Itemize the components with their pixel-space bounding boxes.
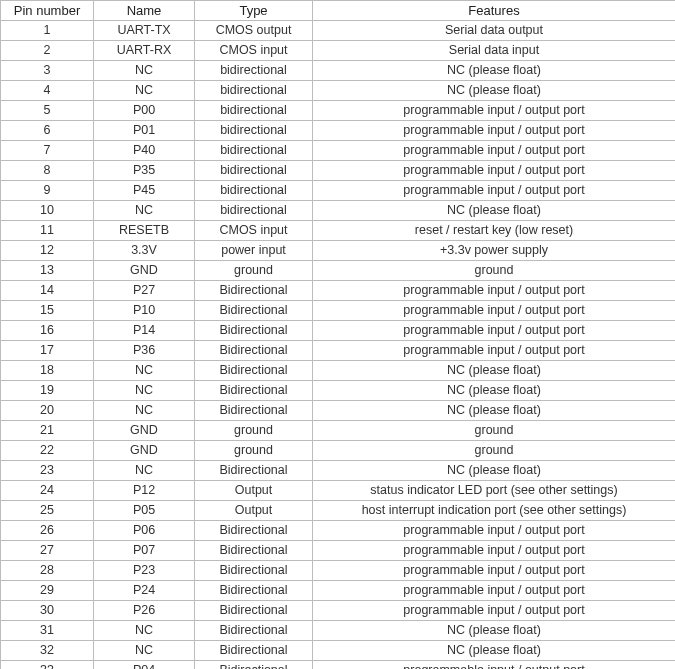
cell-features: programmable input / output port — [313, 181, 676, 201]
cell-type: Output — [195, 481, 313, 501]
cell-name: NC — [94, 201, 195, 221]
cell-features: programmable input / output port — [313, 661, 676, 670]
cell-pin: 9 — [1, 181, 94, 201]
cell-pin: 32 — [1, 641, 94, 661]
table-row: 5P00bidirectionalprogrammable input / ou… — [1, 101, 676, 121]
table-row: 17P36Bidirectionalprogrammable input / o… — [1, 341, 676, 361]
cell-type: Bidirectional — [195, 321, 313, 341]
cell-features: status indicator LED port (see other set… — [313, 481, 676, 501]
header-pin: Pin number — [1, 1, 94, 21]
cell-type: bidirectional — [195, 121, 313, 141]
cell-pin: 33 — [1, 661, 94, 670]
cell-name: P36 — [94, 341, 195, 361]
table-row: 21GNDgroundground — [1, 421, 676, 441]
header-features: Features — [313, 1, 676, 21]
cell-pin: 16 — [1, 321, 94, 341]
cell-features: NC (please float) — [313, 641, 676, 661]
cell-name: P12 — [94, 481, 195, 501]
cell-type: Bidirectional — [195, 561, 313, 581]
cell-name: NC — [94, 641, 195, 661]
cell-type: Bidirectional — [195, 581, 313, 601]
cell-pin: 14 — [1, 281, 94, 301]
cell-features: Serial data input — [313, 41, 676, 61]
table-row: 19NCBidirectionalNC (please float) — [1, 381, 676, 401]
cell-type: bidirectional — [195, 81, 313, 101]
cell-features: NC (please float) — [313, 461, 676, 481]
table-row: 24P12Outputstatus indicator LED port (se… — [1, 481, 676, 501]
cell-features: programmable input / output port — [313, 341, 676, 361]
cell-features: Serial data output — [313, 21, 676, 41]
cell-type: Bidirectional — [195, 361, 313, 381]
table-row: 123.3Vpower input+3.3v power supply — [1, 241, 676, 261]
table-row: 32NCBidirectionalNC (please float) — [1, 641, 676, 661]
cell-type: Bidirectional — [195, 341, 313, 361]
cell-name: NC — [94, 81, 195, 101]
cell-name: P27 — [94, 281, 195, 301]
cell-features: programmable input / output port — [313, 301, 676, 321]
table-row: 10NCbidirectionalNC (please float) — [1, 201, 676, 221]
cell-features: programmable input / output port — [313, 561, 676, 581]
cell-name: P24 — [94, 581, 195, 601]
cell-name: NC — [94, 361, 195, 381]
cell-type: CMOS input — [195, 221, 313, 241]
table-row: 30P26Bidirectionalprogrammable input / o… — [1, 601, 676, 621]
table-row: 25P05Outputhost interrupt indication por… — [1, 501, 676, 521]
cell-type: bidirectional — [195, 201, 313, 221]
table-row: 20NCBidirectionalNC (please float) — [1, 401, 676, 421]
cell-name: NC — [94, 381, 195, 401]
cell-name: RESETB — [94, 221, 195, 241]
cell-type: ground — [195, 421, 313, 441]
cell-type: Bidirectional — [195, 521, 313, 541]
cell-name: UART-RX — [94, 41, 195, 61]
cell-name: P14 — [94, 321, 195, 341]
cell-type: ground — [195, 441, 313, 461]
cell-type: Bidirectional — [195, 401, 313, 421]
cell-type: Bidirectional — [195, 461, 313, 481]
table-row: 33P04Bidirectionalprogrammable input / o… — [1, 661, 676, 670]
cell-type: Bidirectional — [195, 541, 313, 561]
pinout-table: Pin number Name Type Features 1UART-TXCM… — [0, 0, 675, 669]
table-row: 29P24Bidirectionalprogrammable input / o… — [1, 581, 676, 601]
cell-features: programmable input / output port — [313, 281, 676, 301]
cell-pin: 1 — [1, 21, 94, 41]
table-row: 18NCBidirectionalNC (please float) — [1, 361, 676, 381]
table-row: 7P40bidirectionalprogrammable input / ou… — [1, 141, 676, 161]
table-row: 23NCBidirectionalNC (please float) — [1, 461, 676, 481]
cell-features: +3.3v power supply — [313, 241, 676, 261]
cell-type: CMOS output — [195, 21, 313, 41]
cell-pin: 2 — [1, 41, 94, 61]
table-row: 15P10Bidirectionalprogrammable input / o… — [1, 301, 676, 321]
cell-pin: 6 — [1, 121, 94, 141]
cell-pin: 18 — [1, 361, 94, 381]
cell-type: Bidirectional — [195, 601, 313, 621]
cell-features: ground — [313, 441, 676, 461]
table-row: 31NCBidirectionalNC (please float) — [1, 621, 676, 641]
table-row: 2UART-RXCMOS inputSerial data input — [1, 41, 676, 61]
cell-name: P26 — [94, 601, 195, 621]
cell-features: programmable input / output port — [313, 161, 676, 181]
cell-type: CMOS input — [195, 41, 313, 61]
cell-pin: 21 — [1, 421, 94, 441]
cell-type: Bidirectional — [195, 301, 313, 321]
table-row: 26P06Bidirectionalprogrammable input / o… — [1, 521, 676, 541]
table-row: 16P14Bidirectionalprogrammable input / o… — [1, 321, 676, 341]
cell-type: bidirectional — [195, 61, 313, 81]
cell-pin: 15 — [1, 301, 94, 321]
cell-name: 3.3V — [94, 241, 195, 261]
cell-type: Bidirectional — [195, 381, 313, 401]
cell-pin: 23 — [1, 461, 94, 481]
cell-name: P45 — [94, 181, 195, 201]
cell-pin: 24 — [1, 481, 94, 501]
cell-pin: 11 — [1, 221, 94, 241]
cell-pin: 28 — [1, 561, 94, 581]
cell-pin: 7 — [1, 141, 94, 161]
cell-pin: 12 — [1, 241, 94, 261]
cell-pin: 5 — [1, 101, 94, 121]
cell-features: NC (please float) — [313, 381, 676, 401]
cell-type: bidirectional — [195, 161, 313, 181]
cell-name: P00 — [94, 101, 195, 121]
table-row: 9P45bidirectionalprogrammable input / ou… — [1, 181, 676, 201]
cell-pin: 10 — [1, 201, 94, 221]
cell-type: Output — [195, 501, 313, 521]
cell-name: NC — [94, 401, 195, 421]
